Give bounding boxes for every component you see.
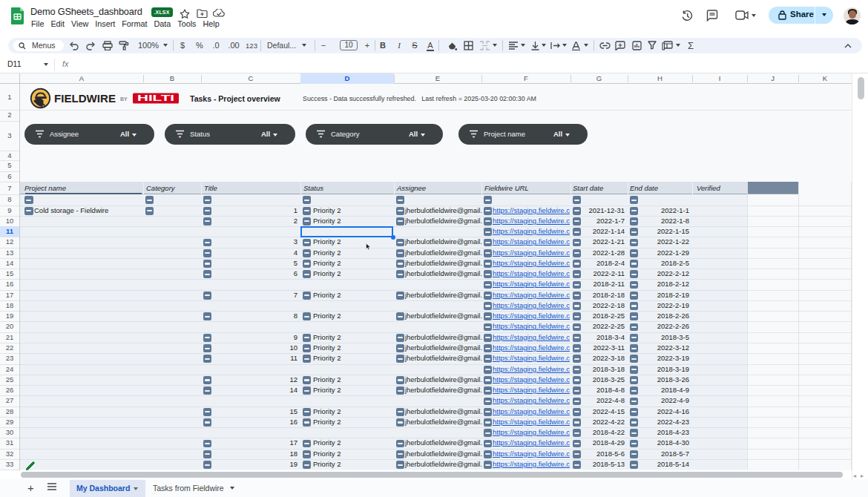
svg-text:HILTI: HILTI [137, 93, 174, 102]
svg-text:FIELDWIRE: FIELDWIRE [54, 92, 116, 105]
svg-text:BY: BY [120, 96, 128, 102]
